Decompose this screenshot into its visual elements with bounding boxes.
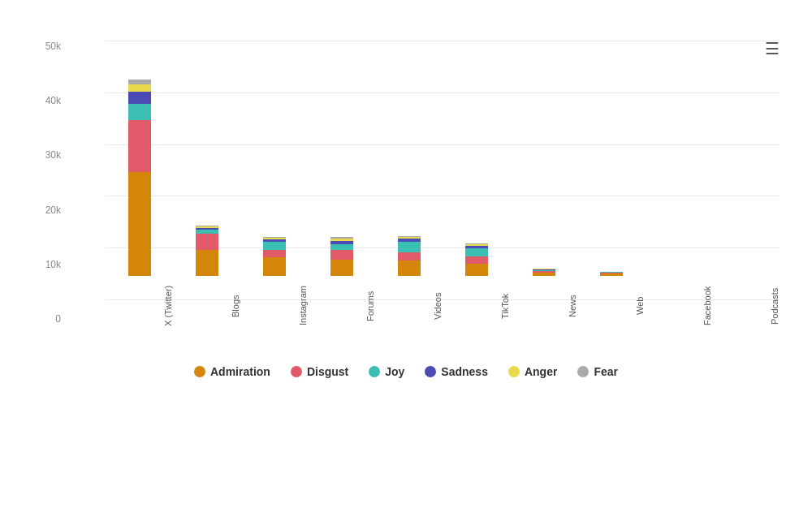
legend-label-joy: Joy [385,365,404,378]
stacked-bar [533,269,555,276]
bar-segment-disgust [465,256,488,264]
bar-segment-joy [128,104,151,120]
bar-segment-admiration [128,172,151,276]
legend-dot-admiration [194,366,205,377]
bar-segment-joy [263,242,286,250]
bar-group [173,41,240,276]
x-axis-label: Forums [308,280,375,337]
bar-segment-admiration [330,260,353,276]
legend-label-sadness: Sadness [441,365,488,378]
bar-segment-disgust [330,250,353,260]
x-axis-label: X (Twitter) [106,280,173,337]
y-axis-label: 20k [45,204,61,216]
bar-segment-disgust [398,252,421,260]
x-axis-label: Facebook [645,280,712,337]
bar-segment-joy [398,242,421,252]
bar-segment-joy [330,244,353,250]
legend-dot-joy [369,366,380,377]
legend-item-fear: Fear [577,365,618,378]
bar-group [712,41,780,276]
bar-group [645,41,712,276]
bar-group [375,41,443,276]
x-axis-label: Web [577,280,645,337]
bar-group [443,41,510,276]
bar-group [577,41,645,276]
bars-area [106,41,780,276]
x-axis-label: Podcasts [712,280,780,337]
legend-item-admiration: Admiration [194,365,270,378]
x-axis: X (Twitter)BlogsInstagramForumsVideosTik… [106,280,780,337]
bar-segment-admiration [600,273,623,276]
bar-group [308,41,375,276]
bar-segment-admiration [533,273,555,276]
legend-item-joy: Joy [369,365,404,378]
bar-segment-disgust [196,234,218,250]
bar-segment-joy [465,248,488,256]
stacked-bar [128,80,151,276]
bar-segment-admiration [398,260,421,276]
stacked-bar [398,236,421,276]
legend-label-fear: Fear [594,365,618,378]
stacked-bar [263,237,286,276]
legend-dot-fear [577,366,589,377]
x-axis-label: Instagram [240,280,308,337]
chart-legend: AdmirationDisgustJoySadnessAngerFear [32,365,780,378]
stacked-bar [600,272,623,276]
legend-item-disgust: Disgust [291,365,348,378]
legend-dot-sadness [425,366,436,377]
legend-item-anger: Anger [508,365,557,378]
legend-label-disgust: Disgust [307,365,348,378]
legend-label-anger: Anger [525,365,557,378]
bar-segment-disgust [128,120,151,172]
x-axis-label: Videos [375,280,443,337]
stacked-bar [465,243,488,276]
y-axis: 50k40k30k20k10k0 [32,41,65,325]
y-axis-label: 10k [45,259,61,270]
bar-segment-admiration [196,250,218,276]
legend-dot-anger [508,366,520,377]
legend-dot-disgust [291,366,302,377]
y-axis-label: 50k [45,41,61,52]
stacked-bar [330,237,353,276]
legend-label-admiration: Admiration [210,365,270,378]
x-axis-label: Blogs [173,280,240,337]
bar-segment-admiration [465,264,488,276]
y-axis-label: 0 [55,313,61,325]
bar-segment-anger [128,84,151,92]
bar-segment-disgust [263,250,286,257]
x-axis-label: News [510,280,577,337]
bar-group [106,41,173,276]
y-axis-label: 40k [45,95,61,106]
bar-group [510,41,577,276]
stacked-bar [196,226,218,276]
bar-segment-sadness [128,92,151,104]
legend-item-sadness: Sadness [425,365,488,378]
bar-segment-admiration [263,257,286,276]
bar-group [240,41,308,276]
chart-container: ☰ 50k40k30k20k10k0 X (Twitter)BlogsInsta… [32,41,780,378]
y-axis-label: 30k [45,149,61,161]
x-axis-label: TikTok [443,280,510,337]
chart-plot-area: X (Twitter)BlogsInstagramForumsVideosTik… [106,41,780,325]
